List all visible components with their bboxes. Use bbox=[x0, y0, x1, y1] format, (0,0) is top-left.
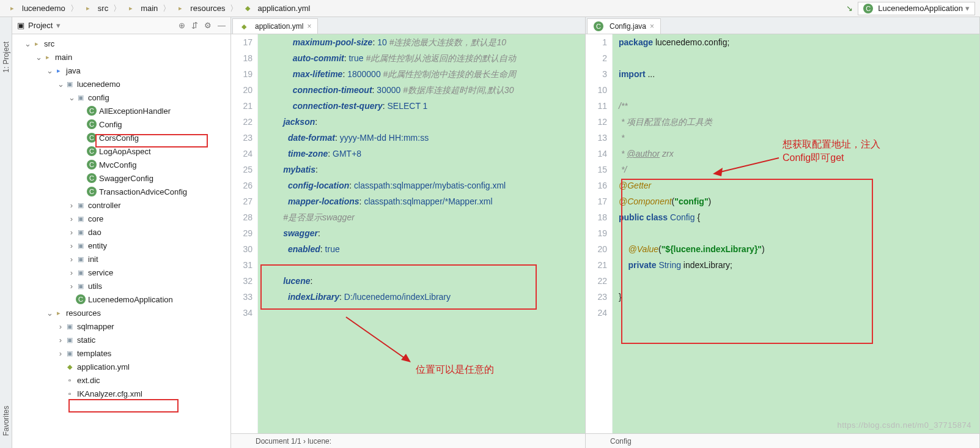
breadcrumb-item[interactable]: ▸src bbox=[81, 2, 111, 15]
tree-item[interactable]: ›▣controller bbox=[12, 198, 230, 212]
annotation-1: 位置可以是任意的 bbox=[416, 364, 494, 376]
run-icon: C bbox=[863, 4, 873, 13]
svg-line-0 bbox=[346, 317, 407, 360]
tree-item[interactable]: ⌄▣lucenedemo bbox=[12, 77, 230, 91]
breadcrumb-item[interactable]: ▸lucenedemo bbox=[5, 2, 68, 15]
tree-item[interactable]: ›▣init bbox=[12, 252, 230, 266]
tree-item[interactable]: CLogAopAspect bbox=[12, 144, 230, 158]
project-title: Project bbox=[28, 21, 53, 30]
yml-gutter: 171819202122232425262728293031323334 bbox=[231, 34, 258, 433]
tree-item[interactable]: ◆application.yml bbox=[12, 360, 230, 373]
class-icon: C bbox=[594, 21, 603, 31]
tree-item[interactable]: ›▣templates bbox=[12, 346, 230, 360]
tree-item[interactable]: ›▣service bbox=[12, 266, 230, 279]
chevron-down-icon: ▾ bbox=[965, 4, 970, 13]
tree-item[interactable]: ›▣entity bbox=[12, 239, 230, 252]
svg-marker-3 bbox=[713, 168, 723, 176]
tree-item[interactable]: ▫ext.dic bbox=[12, 373, 230, 387]
yml-icon: ◆ bbox=[239, 21, 249, 31]
hide-icon[interactable]: — bbox=[218, 21, 226, 30]
run-config-name: LucenedemoApplication bbox=[878, 4, 963, 13]
breadcrumb: ▸lucenedemo〉▸src〉▸main〉▸resources〉◆appli… bbox=[5, 2, 846, 15]
favorites-tool-tab[interactable]: Favorites bbox=[2, 406, 10, 436]
editor-yml: ◆ application.yml × 17181920212223242526… bbox=[231, 17, 586, 448]
tree-item[interactable]: ›▣dao bbox=[12, 225, 230, 239]
svg-line-2 bbox=[718, 158, 779, 173]
breadcrumb-item[interactable]: ▸main bbox=[123, 2, 160, 15]
left-tool-strip: 1: Project Favorites bbox=[0, 17, 12, 448]
collapse-icon[interactable]: ⊕ bbox=[179, 21, 185, 30]
close-icon[interactable]: × bbox=[650, 22, 654, 31]
tree-item[interactable]: ›▣static bbox=[12, 333, 230, 346]
run-config-selector[interactable]: C LucenedemoApplication ▾ bbox=[858, 2, 975, 15]
project-header: ▣ Project ▾ ⊕ ⇵ ⚙ — bbox=[12, 17, 230, 34]
tree-item[interactable]: ▫IKAnalyzer.cfg.xml bbox=[12, 387, 230, 400]
tree-item[interactable]: ›▣core bbox=[12, 212, 230, 225]
settings-icon[interactable]: ⚙ bbox=[204, 21, 212, 30]
tree-item[interactable]: CMvcConfig bbox=[12, 158, 230, 171]
tree-item[interactable]: CAllExceptionHandler bbox=[12, 104, 230, 118]
tree-item[interactable]: ›▣sqlmapper bbox=[12, 319, 230, 333]
tree-item[interactable]: CCorsConfig bbox=[12, 131, 230, 144]
tree-item[interactable]: CTransactionAdviceConfig bbox=[12, 185, 230, 198]
breadcrumb-item[interactable]: ▸resources bbox=[173, 2, 227, 15]
java-code[interactable]: package lucenedemo.config; import ... /*… bbox=[613, 34, 979, 433]
project-tree[interactable]: ⌄▸src⌄▸main⌄▸java⌄▣lucenedemo⌄▣configCAl… bbox=[12, 34, 230, 448]
tree-item[interactable]: CConfig bbox=[12, 118, 230, 131]
tree-item[interactable]: ›▣utils bbox=[12, 279, 230, 293]
tree-item[interactable]: CLucenedemoApplication bbox=[12, 293, 230, 306]
breadcrumb-item[interactable]: ◆application.yml bbox=[240, 2, 312, 15]
project-panel: ▣ Project ▾ ⊕ ⇵ ⚙ — ⌄▸src⌄▸main⌄▸java⌄▣l… bbox=[12, 17, 231, 448]
close-icon[interactable]: × bbox=[307, 22, 311, 31]
expand-icon[interactable]: ⇵ bbox=[191, 21, 198, 30]
java-gutter: 123101112131415161718192021222324 bbox=[586, 34, 613, 433]
yml-status: Document 1/1 › lucene: bbox=[256, 437, 331, 446]
yml-code-area[interactable]: 171819202122232425262728293031323334 max… bbox=[231, 34, 585, 433]
tree-item[interactable]: CSwaggerConfig bbox=[12, 171, 230, 185]
editor-java: C Config.java × 123101112131415161718192… bbox=[586, 17, 980, 448]
annotation-2: 想获取配置地址，注入Config即可get bbox=[783, 138, 880, 165]
project-tool-tab[interactable]: 1: Project bbox=[2, 42, 10, 73]
project-icon: ▣ bbox=[17, 21, 24, 30]
java-status: Config bbox=[610, 437, 632, 446]
tree-item[interactable]: ⌄▸src bbox=[12, 37, 230, 50]
tab-config-java[interactable]: C Config.java × bbox=[587, 18, 661, 34]
tree-item[interactable]: ⌄▸main bbox=[12, 50, 230, 64]
tree-item[interactable]: ⌄▸java bbox=[12, 64, 230, 77]
arrow-2 bbox=[712, 154, 785, 179]
tree-item[interactable]: ⌄▸resources bbox=[12, 306, 230, 319]
chevron-down-icon[interactable]: ▾ bbox=[56, 21, 61, 30]
tab-application-yml[interactable]: ◆ application.yml × bbox=[232, 18, 318, 34]
build-icon[interactable]: ↘ bbox=[846, 4, 853, 13]
watermark: https://blog.csdn.net/m0_37715874 bbox=[837, 420, 971, 430]
breadcrumb-bar: ▸lucenedemo〉▸src〉▸main〉▸resources〉◆appli… bbox=[0, 0, 980, 17]
tree-item[interactable]: ⌄▣config bbox=[12, 91, 230, 104]
svg-marker-1 bbox=[401, 354, 411, 362]
arrow-1 bbox=[340, 311, 413, 366]
java-code-area[interactable]: 123101112131415161718192021222324 packag… bbox=[586, 34, 979, 433]
